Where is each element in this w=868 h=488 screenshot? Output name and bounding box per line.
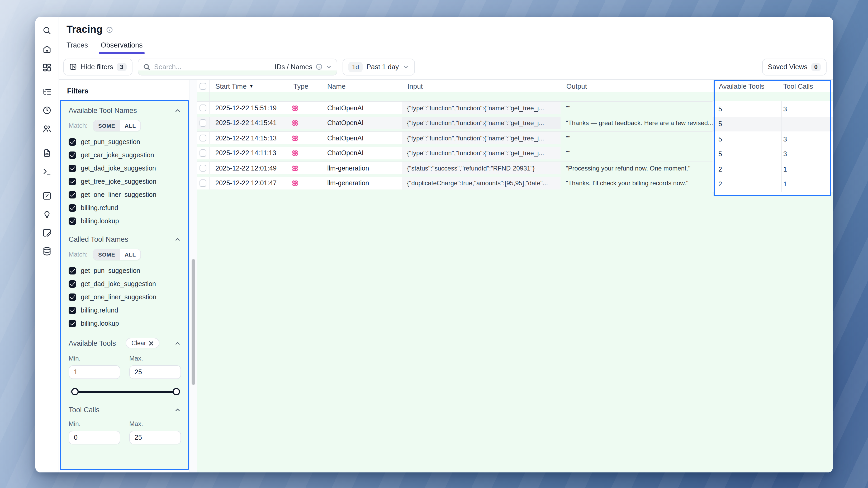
row-checkbox[interactable] — [199, 120, 207, 127]
cell-input: {"duplicateCharge":true,"amounts":[95,95… — [402, 177, 561, 189]
table-row[interactable]: 2025-12-22 12:01:47 llm-generation {"dup… — [197, 177, 833, 192]
tab-observations[interactable]: Observations — [101, 41, 143, 54]
match-option-all[interactable]: ALL — [120, 249, 141, 260]
collapse-section-icon[interactable] — [174, 340, 181, 346]
checkbox-checked[interactable] — [69, 280, 76, 287]
column-header-tool-calls[interactable]: Tool Calls — [782, 80, 833, 101]
table-row[interactable]: 2025-12-22 14:11:13 ChatOpenAI {"type":"… — [197, 147, 833, 161]
checkbox-checked[interactable] — [69, 138, 76, 146]
match-option-some[interactable]: SOME — [93, 120, 120, 131]
column-header-output[interactable]: Output — [561, 80, 713, 101]
column-header-type[interactable]: Type — [288, 80, 321, 101]
checkbox-checked[interactable] — [69, 306, 76, 314]
slider-handle-min[interactable] — [71, 388, 79, 395]
tool-calls-max-input[interactable] — [129, 431, 181, 445]
checkbox-checked[interactable] — [69, 267, 76, 274]
cell-available-tools: 5 — [713, 101, 782, 116]
hide-filters-button[interactable]: Hide filters 3 — [63, 58, 132, 75]
scrollbar-track[interactable] — [189, 80, 197, 472]
filter-option[interactable]: get_pun_suggestion — [69, 267, 181, 274]
filter-option[interactable]: get_one_liner_suggestion — [69, 190, 181, 199]
chevron-down-icon[interactable] — [326, 64, 332, 70]
filter-option[interactable]: get_dad_joke_suggestion — [69, 280, 181, 288]
time-range-button[interactable]: 1d Past 1 day — [343, 58, 415, 75]
search-input[interactable]: Search... IDs / Names — [138, 58, 337, 75]
row-checkbox[interactable] — [199, 165, 207, 172]
info-icon[interactable] — [106, 26, 113, 33]
active-filter-count-badge: 3 — [117, 63, 127, 71]
tool-calls-min-input[interactable] — [69, 431, 120, 445]
row-checkbox[interactable] — [199, 104, 207, 112]
filter-option[interactable]: get_one_liner_suggestion — [69, 293, 181, 301]
checkbox-checked[interactable] — [69, 319, 76, 327]
slider-handle-max[interactable] — [173, 388, 180, 395]
tab-bar: Traces Observations — [66, 41, 825, 54]
insights-icon[interactable] — [42, 209, 52, 220]
table-row[interactable]: 2025-12-22 15:51:19 ChatOpenAI {"type":"… — [197, 101, 833, 116]
column-header-name[interactable]: Name — [321, 80, 402, 101]
match-option-some[interactable]: SOME — [93, 249, 120, 260]
collapse-section-icon[interactable] — [174, 236, 181, 243]
evaluations-icon[interactable] — [42, 190, 52, 201]
panel-collapse-icon — [69, 63, 77, 71]
cell-output: "" — [561, 147, 713, 159]
dashboards-icon[interactable] — [42, 62, 52, 73]
available-tools-min-input[interactable] — [69, 365, 120, 379]
filter-option[interactable]: get_pun_suggestion — [69, 138, 181, 146]
available-tools-max-input[interactable] — [129, 365, 181, 379]
users-icon[interactable] — [42, 124, 52, 134]
info-icon — [316, 63, 322, 70]
column-header-start-time[interactable]: Start Time▼ — [210, 80, 288, 101]
filter-option[interactable]: get_dad_joke_suggestion — [69, 164, 181, 172]
table-row[interactable]: 2025-12-22 12:01:49 llm-generation {"sta… — [197, 161, 833, 177]
clear-filter-button[interactable]: Clear — [126, 338, 159, 348]
filter-option[interactable]: get_car_joke_suggestion — [69, 151, 181, 159]
column-header-input[interactable]: Input — [402, 80, 561, 101]
tracing-icon[interactable] — [42, 87, 52, 97]
datasets-icon[interactable] — [42, 246, 52, 256]
scrollbar-thumb[interactable] — [191, 259, 195, 385]
row-checkbox[interactable] — [199, 134, 207, 142]
filter-option[interactable]: billing.refund — [69, 204, 181, 212]
min-label: Min. — [69, 420, 120, 428]
home-icon[interactable] — [42, 44, 52, 54]
page-header: Tracing Traces Observations — [59, 17, 833, 54]
sessions-icon[interactable] — [42, 105, 52, 116]
filter-option[interactable]: billing.lookup — [69, 319, 181, 327]
cell-input: {"type":"function","function":{"name":"g… — [402, 132, 561, 144]
prompts-icon[interactable] — [42, 148, 52, 158]
cell-output: "Thanks. I'll check your billing records… — [561, 177, 713, 189]
filter-option[interactable]: get_tree_joke_suggestion — [69, 177, 181, 185]
match-option-all[interactable]: ALL — [120, 120, 141, 131]
filter-option[interactable]: billing.refund — [69, 306, 181, 314]
table-row[interactable]: 2025-12-22 14:15:13 ChatOpenAI {"type":"… — [197, 131, 833, 147]
row-checkbox[interactable] — [199, 150, 207, 157]
annotation-icon[interactable] — [42, 227, 52, 238]
checkbox-checked[interactable] — [69, 151, 76, 159]
checkbox-checked[interactable] — [69, 204, 76, 211]
collapse-section-icon[interactable] — [174, 107, 181, 114]
filters-title: Filters — [67, 87, 189, 95]
table-row[interactable]: 2025-12-22 14:15:41 ChatOpenAI {"type":"… — [197, 116, 833, 131]
collapse-section-icon[interactable] — [174, 406, 181, 413]
cell-tool-calls: 1 — [782, 177, 833, 192]
tab-traces[interactable]: Traces — [66, 41, 88, 54]
filter-option[interactable]: billing.lookup — [69, 217, 181, 225]
search-icon[interactable] — [42, 25, 52, 36]
column-header-available-tools[interactable]: Available Tools — [713, 80, 782, 101]
playground-icon[interactable] — [42, 166, 52, 177]
checkbox-checked[interactable] — [69, 293, 76, 301]
checkbox-checked[interactable] — [69, 164, 76, 172]
hide-filters-label: Hide filters — [81, 63, 113, 71]
cell-name: llm-generation — [321, 177, 402, 189]
saved-views-button[interactable]: Saved Views 0 — [762, 58, 827, 75]
row-checkbox[interactable] — [199, 180, 207, 187]
select-all-checkbox[interactable] — [199, 83, 207, 90]
checkbox-checked[interactable] — [69, 217, 76, 224]
section-title: Called Tool Names — [69, 236, 128, 243]
available-tools-range-slider[interactable] — [70, 388, 180, 395]
checkbox-checked[interactable] — [69, 191, 76, 198]
cell-type — [288, 162, 321, 174]
checkbox-checked[interactable] — [69, 178, 76, 185]
cell-input: {"status":"success","refundId":"RFND-209… — [402, 162, 561, 174]
